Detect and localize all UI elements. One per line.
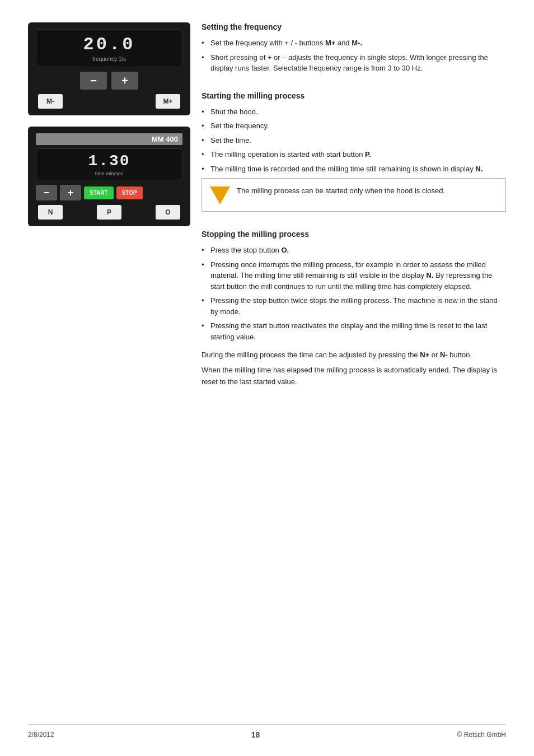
frequency-section-title: Setting the frequency	[202, 22, 506, 31]
right-column: Setting the frequency Set the frequency …	[202, 22, 506, 396]
page: 20.0 frequency 1/s − + M- M+ MM 400	[0, 0, 534, 756]
footer-date: 2/8/2012	[28, 731, 54, 739]
stopping-bullet-4: Pressing the start button reactivates th…	[202, 319, 506, 344]
time-controls-row: − + START STOP	[36, 185, 182, 200]
p-label: P	[97, 205, 121, 220]
time-display: 1.30 time min/sec	[36, 148, 182, 180]
stop-button[interactable]: STOP	[116, 186, 143, 199]
time-plus-button[interactable]: +	[60, 185, 81, 200]
starting-bullet-5: The milling time is recorded and the mil…	[202, 162, 506, 176]
stopping-para-1: During the milling process the time can …	[202, 349, 506, 361]
section-stopping: Stopping the milling process Press the s…	[202, 230, 506, 391]
m-minus-label: M-	[38, 94, 63, 109]
section-frequency: Setting the frequency Set the frequency …	[202, 22, 506, 76]
warning-triangle-icon	[210, 186, 230, 204]
frequency-value: 20.0	[42, 34, 176, 55]
content-area: 20.0 frequency 1/s − + M- M+ MM 400	[28, 22, 506, 396]
starting-bullet-2: Set the frequency.	[202, 119, 506, 133]
section-starting: Starting the milling process Shut the ho…	[202, 91, 506, 214]
frequency-bullet-1: Set the frequency with + / - buttons M+ …	[202, 36, 506, 50]
frequency-label: frequency 1/s	[42, 56, 176, 62]
stopping-bullet-2: Pressing once interrupts the milling pro…	[202, 258, 506, 294]
frequency-bullet-2: Short pressing of + or – adjusts the fre…	[202, 50, 506, 76]
time-label: time min/sec	[95, 171, 124, 176]
frequency-bullet-list: Set the frequency with + / - buttons M+ …	[202, 36, 506, 76]
n-label: N	[38, 205, 63, 220]
stopping-bullet-3: Pressing the stop button twice stops the…	[202, 293, 506, 319]
frequency-btn-row: − +	[36, 72, 182, 90]
page-footer: 2/8/2012 18 © Retsch GmbH	[28, 724, 506, 739]
footer-page-number: 18	[251, 730, 260, 739]
stopping-bullet-1: Press the stop button O.	[202, 243, 506, 258]
frequency-display: 20.0 frequency 1/s	[36, 29, 182, 67]
starting-section-title: Starting the milling process	[202, 91, 506, 100]
stopping-para-2: When the milling time has elapsed the mi…	[202, 365, 506, 388]
frequency-label-row: M- M+	[36, 94, 182, 109]
footer-copyright: © Retsch GmbH	[457, 731, 506, 739]
left-column: 20.0 frequency 1/s − + M- M+ MM 400	[28, 22, 190, 396]
stopping-section-title: Stopping the milling process	[202, 230, 506, 239]
stopping-bullet-list: Press the stop button O. Pressing once i…	[202, 243, 506, 344]
starting-bullet-list: Shut the hood. Set the frequency. Set th…	[202, 105, 506, 176]
time-value: 1.30	[88, 152, 130, 170]
o-label: O	[156, 205, 180, 220]
frequency-minus-button[interactable]: −	[80, 72, 107, 90]
frequency-device-panel: 20.0 frequency 1/s − + M- M+	[28, 22, 190, 115]
frequency-plus-button[interactable]: +	[111, 72, 138, 90]
warning-box: The milling process can be started only …	[202, 178, 506, 212]
device2-label-row: N P O	[36, 205, 182, 220]
warning-text: The milling process can be started only …	[237, 185, 445, 197]
time-minus-button[interactable]: −	[36, 185, 57, 200]
mm400-model-label: MM 400	[36, 133, 182, 145]
m-plus-label: M+	[156, 94, 180, 109]
starting-bullet-4: The milling operation is started with st…	[202, 147, 506, 162]
start-button[interactable]: START	[84, 186, 114, 199]
mm400-device-panel: MM 400 1.30 time min/sec − + START STOP	[28, 127, 190, 226]
starting-bullet-1: Shut the hood.	[202, 105, 506, 119]
starting-bullet-3: Set the time.	[202, 133, 506, 148]
